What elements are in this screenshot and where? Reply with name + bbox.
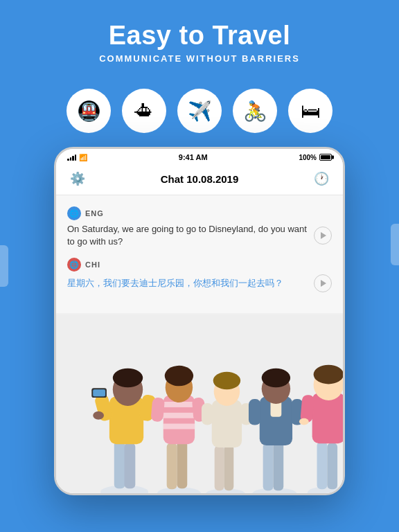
svg-rect-42: [312, 393, 343, 444]
history-icon[interactable]: 🕐: [311, 168, 332, 189]
nav-bar: ⚙️ Chat 10.08.2019 🕐: [56, 164, 343, 195]
svg-rect-15: [163, 402, 195, 407]
battery-icon: [319, 154, 332, 161]
svg-rect-32: [273, 442, 283, 491]
status-time: 9:41 AM: [179, 153, 208, 161]
svg-rect-10: [93, 390, 105, 397]
svg-rect-25: [212, 400, 242, 447]
svg-rect-23: [215, 445, 224, 490]
svg-rect-17: [163, 424, 195, 429]
svg-point-46: [314, 365, 343, 384]
phone-mockup-wrapper: 📶 9:41 AM 100% ⚙️ Chat 10.08.2019 🕐 🌐 E: [0, 147, 399, 495]
status-right: 100%: [299, 154, 332, 161]
play-button-eng[interactable]: [314, 227, 332, 245]
lang-row-chi: 🌐 CHI: [67, 258, 332, 272]
lang-row-eng: 🌐 ENG: [67, 206, 332, 220]
plane-icon: ✈️: [177, 89, 222, 133]
svg-rect-24: [224, 445, 233, 491]
illustration-area: [56, 313, 343, 493]
svg-point-8: [113, 369, 143, 388]
status-left: 📶: [67, 154, 87, 161]
svg-rect-3: [125, 443, 136, 489]
svg-rect-35: [249, 399, 261, 425]
eng-flag: 🌐: [67, 206, 81, 220]
status-bar: 📶 9:41 AM 100%: [56, 149, 343, 164]
message-block-eng: 🌐 ENG On Saturday, we are going to go to…: [67, 206, 332, 248]
svg-rect-31: [263, 443, 274, 491]
message-text-chi: 星期六，我们要去迪士尼乐园，你想和我们一起去吗？: [67, 277, 308, 290]
chat-area: 🌐 ENG On Saturday, we are going to go to…: [56, 195, 343, 313]
nav-title: Chat 10.08.2019: [161, 173, 239, 185]
wifi-icon: 📶: [79, 154, 87, 161]
svg-point-47: [93, 411, 104, 420]
chi-flag: 🌐: [67, 258, 81, 272]
header-section: Easy to Travel COMMUNICATE WITHOUT BARRI…: [0, 0, 399, 78]
subway-icon: 🚇: [66, 89, 111, 133]
message-block-chi: 🌐 CHI 星期六，我们要去迪士尼乐园，你想和我们一起去吗？: [67, 258, 332, 292]
svg-rect-40: [317, 442, 328, 490]
message-text-eng: On Saturday, we are going to go to Disne…: [67, 223, 308, 248]
svg-rect-26: [202, 403, 213, 425]
ship-icon: ⛴: [122, 89, 166, 133]
svg-rect-12: [167, 443, 177, 490]
svg-point-21: [165, 366, 193, 387]
chi-label: CHI: [85, 260, 100, 269]
svg-rect-2: [114, 441, 125, 489]
transport-icons-row: 🚇 ⛴ ✈️ 🚴 🛏: [0, 78, 399, 147]
eng-label: ENG: [85, 209, 104, 218]
people-illustration: [56, 313, 343, 493]
page-subtitle: COMMUNICATE WITHOUT BARRIERS: [14, 53, 385, 64]
phone-mockup: 📶 9:41 AM 100% ⚙️ Chat 10.08.2019 🕐 🌐 E: [54, 147, 345, 495]
play-button-chi[interactable]: [314, 274, 332, 292]
signal-icon: [67, 154, 76, 161]
svg-point-29: [213, 372, 240, 390]
svg-rect-13: [177, 441, 187, 489]
bike-icon: 🚴: [233, 89, 277, 133]
battery-percentage: 100%: [299, 154, 317, 161]
svg-rect-18: [150, 398, 165, 423]
svg-point-38: [262, 369, 290, 388]
svg-rect-16: [163, 413, 195, 418]
hotel-icon: 🛏: [288, 89, 332, 133]
svg-rect-41: [327, 443, 337, 490]
svg-point-48: [299, 418, 309, 425]
message-row-eng: On Saturday, we are going to go to Disne…: [67, 223, 332, 248]
settings-icon[interactable]: ⚙️: [67, 168, 88, 189]
message-row-chi: 星期六，我们要去迪士尼乐园，你想和我们一起去吗？: [67, 274, 332, 292]
page-title: Easy to Travel: [14, 21, 385, 51]
